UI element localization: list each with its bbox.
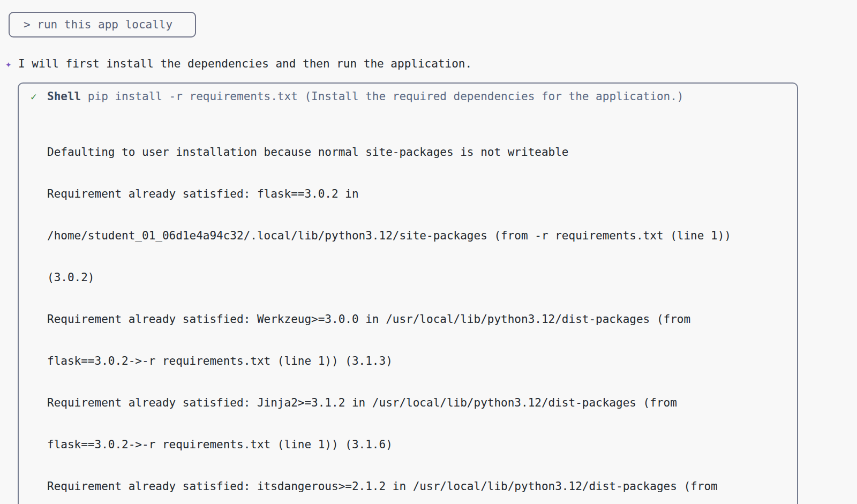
output-line: Requirement already satisfied: Werkzeug>… bbox=[47, 312, 786, 326]
assistant-message-text: I will first install the dependencies an… bbox=[18, 57, 472, 71]
output-line: Defaulting to user installation because … bbox=[47, 145, 786, 159]
terminal-session: > run this app locally ✦ I will first in… bbox=[0, 0, 857, 504]
tool-command-text: pip install -r requirements.txt (Install… bbox=[81, 90, 683, 103]
output-line: /home/student_01_06d1e4a94c32/.local/lib… bbox=[47, 229, 786, 243]
output-line: flask==3.0.2->-r requirements.txt (line … bbox=[47, 354, 786, 368]
tool-call-shell-pip-install: ✓ Shell pip install -r requirements.txt … bbox=[18, 82, 798, 504]
success-check-icon: ✓ bbox=[31, 89, 47, 103]
tool-name: Shell bbox=[47, 90, 81, 103]
tool-call-header: ✓ Shell pip install -r requirements.txt … bbox=[31, 89, 786, 103]
output-line: Requirement already satisfied: itsdanger… bbox=[47, 479, 786, 493]
sparkle-icon: ✦ bbox=[5, 57, 18, 71]
output-line: Requirement already satisfied: flask==3.… bbox=[47, 187, 786, 201]
output-line: flask==3.0.2->-r requirements.txt (line … bbox=[47, 438, 786, 452]
assistant-message: ✦ I will first install the dependencies … bbox=[5, 57, 848, 71]
user-prompt-history-box: > run this app locally bbox=[9, 12, 196, 37]
output-line: (3.0.2) bbox=[47, 270, 786, 284]
output-line: Requirement already satisfied: Jinja2>=3… bbox=[47, 396, 786, 410]
tool-command: Shell pip install -r requirements.txt (I… bbox=[47, 89, 683, 103]
tool-output: Defaulting to user installation because … bbox=[47, 117, 786, 504]
